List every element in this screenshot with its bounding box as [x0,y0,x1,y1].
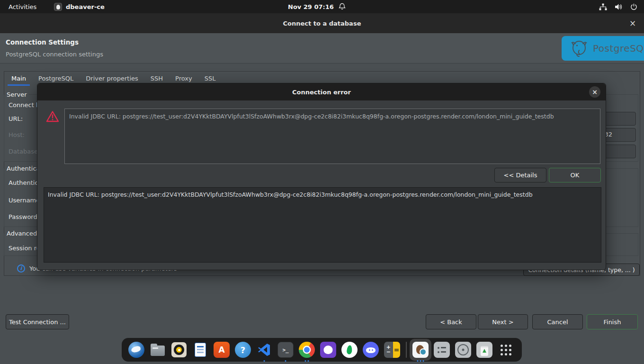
postgresql-banner: PostgreSQL [562,36,644,61]
vscode-icon [257,343,271,357]
system-top-bar: Activities dbeaver-ce Nov 29 07:16 [0,0,644,13]
test-connection-button[interactable]: Test Connection ... [6,314,69,329]
dbeaver-app-icon [54,3,62,11]
error-details-area[interactable]: Invalid JDBC URL: postgres://test_user:d… [44,187,601,263]
dock-item-app-grid[interactable] [497,341,515,359]
terminal-icon: >_ [277,342,294,358]
postgresql-banner-label: PostgreSQL [593,43,644,54]
tab-driver-properties[interactable]: Driver properties [85,73,139,84]
dock-item-files[interactable] [149,341,167,359]
dock-item-trash[interactable] [475,341,493,359]
trash-icon [476,342,492,358]
window-title-bar[interactable]: Connect to a database × [0,13,644,33]
thunderbird-icon [128,342,144,358]
dock-item-chrome[interactable] [298,341,316,359]
app-menu-label: dbeaver-ce [66,3,105,10]
dock: A ? >_ +− = [122,338,522,362]
dock-item-vscode[interactable] [255,341,273,359]
host-label: Host: [9,131,25,138]
dock-item-github[interactable] [319,341,337,359]
url-label: URL: [9,115,23,122]
clock-label: Nov 29 07:16 [288,3,334,10]
back-button[interactable]: < Back [426,314,476,329]
dock-item-dbeaver[interactable] [411,341,429,359]
dock-item-thunderbird[interactable] [127,341,145,359]
advanced-group-label: Advanced [5,230,39,237]
details-toggle-button[interactable]: << Details [494,168,546,182]
tab-postgresql[interactable]: PostgreSQL [37,73,74,84]
disks-icon [455,342,471,358]
warning-icon [46,110,59,124]
tab-main[interactable]: Main [10,73,27,84]
dock-item-preferences[interactable] [433,341,451,359]
help-icon: ? [235,342,251,358]
dock-separator [406,342,407,358]
password-label: Password: [9,213,39,220]
dock-item-mongodb[interactable] [340,341,358,359]
page-title: Connection Settings [6,38,79,46]
window-close-icon[interactable]: × [627,18,638,29]
window-title: Connect to a database [0,13,644,33]
tab-proxy[interactable]: Proxy [174,73,193,84]
calculator-icon: +− = [384,342,400,358]
desktop-screen: Activities dbeaver-ce Nov 29 07:16 [0,0,644,364]
app-grid-icon [501,345,511,355]
dock-item-terminal[interactable]: >_ [277,341,295,359]
dock-item-help[interactable]: ? [234,341,252,359]
dialog-title: Connection error [292,89,351,96]
dock-item-software[interactable]: A [213,341,231,359]
dialog-close-icon[interactable]: × [589,86,600,98]
preferences-icon [434,342,450,358]
connection-error-dialog: Connection error × Invalid JDBC URL: pos… [37,83,606,270]
tab-ssl[interactable]: SSL [204,73,217,84]
next-button[interactable]: Next > [478,314,528,329]
dock-item-disks[interactable] [454,341,472,359]
discord-icon [363,342,379,358]
tab-ssh[interactable]: SSH [150,73,164,84]
activities-button[interactable]: Activities [9,0,36,13]
libreoffice-writer-icon [195,343,206,357]
database-label: Database: [9,148,40,155]
rhythmbox-icon [171,342,187,357]
info-icon: i [17,264,25,273]
power-icon [630,3,637,10]
dialog-title-bar[interactable]: Connection error × [37,83,606,100]
app-menu[interactable]: dbeaver-ce [54,0,105,13]
volume-icon [615,3,623,10]
dock-item-writer[interactable] [191,341,209,359]
dock-item-discord[interactable] [362,341,380,359]
chrome-icon [299,342,315,358]
error-message-box: Invalid JDBC URL: postgres://test_user:d… [64,109,600,164]
files-icon [151,346,165,356]
finish-button[interactable]: Finish [587,314,638,329]
mongodb-compass-icon [341,342,358,358]
postgresql-elephant-icon [569,39,589,58]
dbeaver-icon [412,342,429,358]
ubuntu-software-icon: A [214,342,230,358]
clock-menu[interactable]: Nov 29 07:16 [288,0,346,13]
network-icon [599,3,607,10]
system-tray[interactable] [599,0,637,13]
ok-button[interactable]: OK [549,168,601,182]
wizard-header: Connection Settings PostgreSQL connectio… [0,33,644,64]
github-desktop-icon [320,342,336,358]
cancel-button[interactable]: Cancel [532,314,583,329]
server-group-label: Server [5,91,29,98]
page-subtitle: PostgreSQL connection settings [6,51,103,58]
notification-bell-icon [339,3,346,10]
dock-item-rhythmbox[interactable] [170,341,188,359]
dock-item-calculator[interactable]: +− = [383,341,401,359]
